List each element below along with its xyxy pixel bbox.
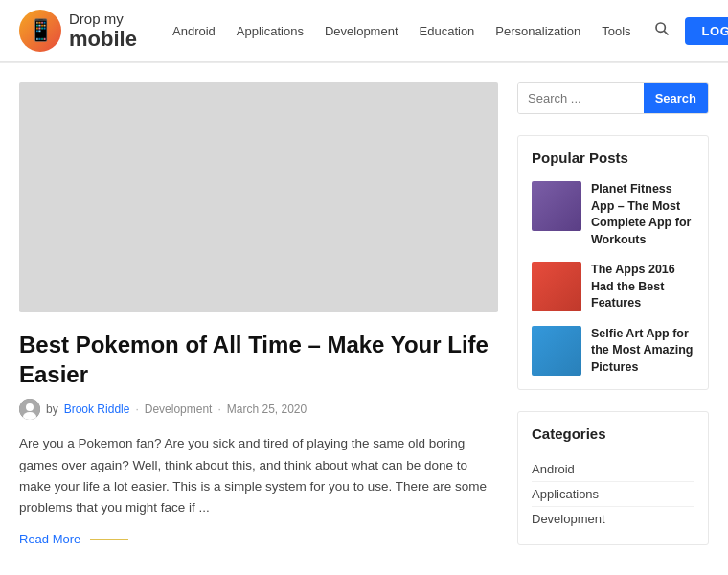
author-name[interactable]: Brook Riddle — [64, 402, 130, 416]
sidebar-search-button[interactable]: Search — [644, 83, 708, 113]
post-thumbnail-1 — [532, 181, 581, 231]
main-nav: Android Applications Development Educati… — [172, 24, 631, 38]
nav-education[interactable]: Education — [420, 24, 475, 38]
post-thumbnail-2 — [532, 262, 581, 311]
site-logo[interactable]: 📱 Drop my mobile — [19, 10, 153, 52]
avatar-icon — [19, 399, 40, 420]
sidebar-search-box: Search — [517, 82, 709, 114]
nav-android[interactable]: Android — [172, 24, 216, 38]
content-area: Best Pokemon of All Time – Make Your Lif… — [19, 82, 498, 546]
article-meta: by Brook Riddle · Development · March 25… — [19, 399, 498, 420]
nav-applications[interactable]: Applications — [237, 24, 304, 38]
post-title-1[interactable]: Planet Fitness App – The Most Complete A… — [591, 181, 694, 248]
meta-by: by — [46, 402, 58, 416]
category-applications[interactable]: Applications — [532, 482, 694, 507]
article-image — [19, 82, 498, 312]
category-development[interactable]: Development — [532, 507, 694, 531]
categories-title: Categories — [532, 426, 694, 444]
meta-separator-2: · — [217, 402, 220, 416]
post-thumbnail-3 — [532, 326, 581, 376]
nav-tools[interactable]: Tools — [602, 24, 630, 38]
popular-post-item: Selfie Art App for the Most Amazing Pict… — [532, 326, 694, 377]
article-category[interactable]: Development — [145, 402, 213, 416]
read-more-link[interactable]: Read More — [19, 532, 498, 546]
post-title-2[interactable]: The Apps 2016 Had the Best Features — [591, 262, 694, 312]
popular-post-item: Planet Fitness App – The Most Complete A… — [532, 181, 694, 248]
search-icon — [654, 21, 670, 36]
svg-point-3 — [26, 403, 34, 411]
sidebar: Search Popular Posts Planet Fitness App … — [517, 82, 709, 546]
header-right: LOGIN — [650, 17, 728, 45]
post-title-3[interactable]: Selfie Art App for the Most Amazing Pict… — [591, 326, 694, 377]
sidebar-search-input[interactable] — [518, 83, 644, 113]
meta-separator-1: · — [135, 402, 138, 416]
search-icon-button[interactable] — [650, 17, 673, 44]
logo-text: Drop my mobile — [69, 11, 137, 52]
article-excerpt: Are you a Pokemon fan? Are you sick and … — [19, 433, 498, 518]
categories-box: Categories Android Applications Developm… — [517, 411, 709, 545]
author-avatar — [19, 399, 40, 420]
logo-icon: 📱 — [19, 10, 61, 52]
popular-post-item: The Apps 2016 Had the Best Features — [532, 262, 694, 312]
nav-personalization[interactable]: Personalization — [495, 24, 580, 38]
read-more-line — [90, 539, 128, 540]
article-date: March 25, 2020 — [227, 402, 307, 416]
nav-development[interactable]: Development — [325, 24, 398, 38]
category-android[interactable]: Android — [532, 457, 694, 482]
site-header: 📱 Drop my mobile Android Applications De… — [0, 0, 728, 62]
article-title: Best Pokemon of All Time – Make Your Lif… — [19, 330, 498, 389]
popular-posts-title: Popular Posts — [532, 150, 694, 168]
main-container: Best Pokemon of All Time – Make Your Lif… — [0, 63, 728, 565]
svg-line-1 — [664, 31, 668, 34]
login-button[interactable]: LOGIN — [685, 17, 728, 45]
popular-posts-box: Popular Posts Planet Fitness App – The M… — [517, 135, 709, 390]
